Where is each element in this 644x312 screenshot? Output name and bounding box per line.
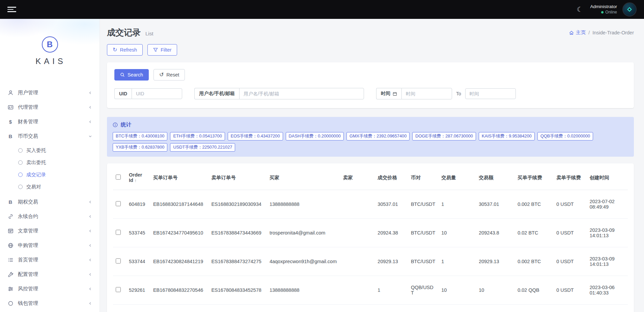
sidebar-item[interactable]: B期权交易 <box>0 195 100 209</box>
table-cell: 0 USDT <box>554 276 587 305</box>
sidebar-item[interactable]: 用户管理 <box>0 86 100 100</box>
table-cell: 0 USDT <box>554 190 587 219</box>
time-filter-group: 时间 To <box>376 88 516 99</box>
sidebar-item[interactable]: 钱包管理 <box>0 296 100 311</box>
time-from-input[interactable] <box>401 88 452 99</box>
sidebar-subitem[interactable]: 成交记录 <box>0 168 100 181</box>
refresh-button[interactable]: ↻ Refresh <box>107 44 143 56</box>
dark-mode-icon[interactable]: ☾ <box>575 4 585 15</box>
sidebar-menu: 用户管理代理管理$财务管理B币币交易买入委托卖出委托成交记录交易对B期权交易永续… <box>0 84 100 312</box>
home-icon <box>569 30 574 35</box>
sliders-icon <box>7 286 13 292</box>
sidebar-subitem-label: 成交记录 <box>26 171 46 178</box>
menu-toggle-icon[interactable] <box>7 7 16 12</box>
sidebar-item-label: 首页管理 <box>18 257 38 263</box>
circle-icon <box>18 185 23 189</box>
table-cell: 0.002 BTC <box>515 190 554 219</box>
sidebar-item[interactable]: 配置管理 <box>0 267 100 282</box>
table-cell: YXB/USDT <box>408 305 439 312</box>
column-header[interactable]: 交易量 <box>439 165 476 190</box>
account-input[interactable] <box>239 88 364 99</box>
table-cell: 13888888888 <box>267 190 340 219</box>
column-header[interactable]: 卖家 <box>340 165 375 190</box>
table-cell: 523031 <box>126 305 150 312</box>
table-cell: 20929.13 <box>375 247 408 276</box>
table-cell: 209243.8 <box>476 219 515 247</box>
table-cell: 13888888888 <box>267 305 340 312</box>
user-icon <box>7 90 13 96</box>
table-cell: 4aqoxprecwon91h@gmail.com <box>267 247 340 276</box>
sort-asc-icon[interactable]: ↑ <box>133 178 137 183</box>
sidebar-item[interactable]: B币币交易 <box>0 129 100 144</box>
sidebar-item[interactable]: $财务管理 <box>0 115 100 129</box>
row-checkbox[interactable] <box>116 230 121 235</box>
row-checkbox[interactable] <box>116 258 121 263</box>
search-button[interactable]: Search <box>114 69 149 81</box>
time-to-label: To <box>452 91 465 96</box>
sidebar-item-label: 申购管理 <box>18 242 38 249</box>
search-icon <box>120 72 125 77</box>
chevron-left-icon <box>88 120 92 124</box>
sidebar-item-label: 永续合约 <box>18 213 38 220</box>
column-header[interactable]: 交易额 <box>476 165 515 190</box>
sidebar-item[interactable]: 风控管理 <box>0 282 100 296</box>
reset-button[interactable]: ↺ Reset <box>153 69 185 81</box>
column-header[interactable]: 创建时间 <box>587 165 628 190</box>
table-cell: 28.56253991 <box>439 305 476 312</box>
table-cell: 1 <box>439 190 476 219</box>
sidebar-subitem[interactable]: 买入委托 <box>0 144 100 156</box>
table-cell: EB1674230824841219 <box>150 247 209 276</box>
table-cell: 0.002 BTC <box>515 247 554 276</box>
table-cell: EB1674234770495610 <box>150 219 209 247</box>
column-header[interactable]: 买家 <box>267 165 340 190</box>
avatar[interactable] <box>622 2 637 17</box>
circle-icon <box>18 148 23 153</box>
table-cell: 533744 <box>126 247 150 276</box>
table-cell <box>340 276 375 305</box>
sidebar-subitem[interactable]: 交易对 <box>0 181 100 193</box>
sidebar-item[interactable]: 文章管理 <box>0 224 100 238</box>
table-cell: 10 <box>476 305 515 312</box>
avatar-logo-icon <box>625 5 634 13</box>
stat-badge: USDT手续费：225070.221027 <box>170 143 235 152</box>
table-cell: ES1678388473274275 <box>208 247 267 276</box>
row-checkbox[interactable] <box>116 201 121 206</box>
bitcoin-icon: B <box>7 199 13 205</box>
circle-icon <box>18 173 23 177</box>
breadcrumb-home-link[interactable]: 主页 <box>569 29 586 36</box>
column-header[interactable]: 币对 <box>408 165 439 190</box>
orders-table: Order Id ↑买单订单号卖单订单号买家卖家成交价格币对交易量交易额买单手续… <box>113 165 628 312</box>
table-cell: 0.35010892 <box>375 305 408 312</box>
bitcoin-icon: B <box>7 133 13 139</box>
column-header[interactable]: 买单手续费 <box>515 165 554 190</box>
sidebar-item[interactable]: 代理管理 <box>0 100 100 115</box>
stat-badge: BTC手续费：0.43008100 <box>113 132 167 141</box>
user-block[interactable]: Administrator Online <box>590 4 617 15</box>
stat-badge: DASH手续费：0.20000000 <box>286 132 344 141</box>
table-cell: 604819 <box>126 190 150 219</box>
table-cell: EB1678021906398174 <box>150 305 209 312</box>
sidebar-item-label: 期权交易 <box>18 199 38 205</box>
sidebar-item[interactable]: 永续合约 <box>0 209 100 224</box>
column-header[interactable]: Order Id ↑ <box>126 165 150 190</box>
sidebar-subitem[interactable]: 卖出委托 <box>0 156 100 168</box>
link-icon <box>7 214 13 219</box>
id-card-icon <box>7 104 13 110</box>
table-cell: trosperonita4@gmail.com <box>267 219 340 247</box>
filter-button[interactable]: Filter <box>147 44 177 56</box>
row-checkbox[interactable] <box>116 287 121 292</box>
time-to-input[interactable] <box>465 88 516 99</box>
uid-input[interactable] <box>132 88 182 99</box>
column-header[interactable]: 卖单订单号 <box>208 165 267 190</box>
column-header[interactable]: 卖单手续费 <box>554 165 587 190</box>
select-all-checkbox[interactable] <box>116 175 121 180</box>
column-header[interactable]: 成交价格 <box>375 165 408 190</box>
table-body: 604819EB1688302187144648ES16883021890309… <box>113 190 628 312</box>
sidebar-item[interactable]: 申购管理 <box>0 238 100 253</box>
sidebar-item[interactable]: 首页管理 <box>0 253 100 267</box>
chevron-left-icon <box>88 273 92 276</box>
column-header[interactable]: 买单订单号 <box>150 165 209 190</box>
table-cell: 2023-03-09 14:01:13 <box>587 247 628 276</box>
table-cell: 0.02 BTC <box>515 219 554 247</box>
sidebar-item[interactable]: ¥质押挖矿 <box>0 311 100 312</box>
